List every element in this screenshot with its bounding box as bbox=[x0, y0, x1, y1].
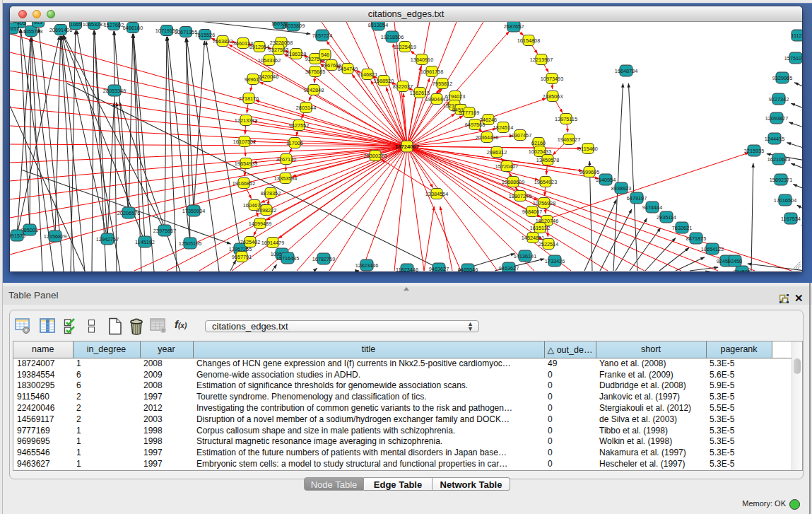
svg-text:16210643: 16210643 bbox=[767, 156, 790, 163]
svg-text:8813054: 8813054 bbox=[368, 22, 388, 28]
svg-text:2935114: 2935114 bbox=[657, 214, 676, 221]
svg-text:8878352: 8878352 bbox=[261, 190, 281, 197]
svg-text:1167534: 1167534 bbox=[781, 216, 801, 222]
svg-text:19463627: 19463627 bbox=[558, 136, 580, 143]
svg-text:10653287: 10653287 bbox=[83, 22, 105, 28]
svg-text:13353594: 13353594 bbox=[274, 175, 297, 182]
svg-text:7515526: 7515526 bbox=[195, 32, 215, 38]
svg-text:10671355: 10671355 bbox=[175, 29, 197, 35]
svg-text:13459578: 13459578 bbox=[536, 157, 559, 163]
svg-text:16107552: 16107552 bbox=[233, 139, 256, 145]
svg-text:19218506: 19218506 bbox=[381, 34, 404, 40]
svg-text:7625402: 7625402 bbox=[240, 239, 260, 245]
svg-text:7485063: 7485063 bbox=[543, 93, 563, 100]
svg-text:19654933: 19654933 bbox=[235, 160, 257, 167]
svg-text:7955812: 7955812 bbox=[433, 81, 452, 87]
svg-text:9242848: 9242848 bbox=[304, 87, 324, 93]
svg-text:7632621: 7632621 bbox=[672, 225, 692, 231]
svg-text:92450: 92450 bbox=[728, 258, 742, 264]
svg-text:18807249: 18807249 bbox=[509, 193, 531, 199]
svg-text:13384554: 13384554 bbox=[425, 191, 448, 197]
svg-text:18724007: 18724007 bbox=[395, 144, 419, 150]
svg-text:12156829: 12156829 bbox=[44, 233, 66, 240]
svg-text:9463627: 9463627 bbox=[499, 265, 519, 271]
svg-text:20364436: 20364436 bbox=[476, 134, 498, 141]
svg-text:10543362: 10543362 bbox=[258, 57, 281, 64]
svg-text:9227342: 9227342 bbox=[769, 96, 789, 103]
svg-text:10025433: 10025433 bbox=[529, 148, 551, 155]
svg-text:14524851: 14524851 bbox=[522, 235, 544, 241]
svg-text:16033809: 16033809 bbox=[282, 23, 305, 29]
svg-text:23975857: 23975857 bbox=[153, 228, 176, 234]
svg-text:16648784: 16648784 bbox=[615, 68, 637, 74]
svg-text:16782759: 16782759 bbox=[312, 256, 335, 262]
svg-text:1527602: 1527602 bbox=[104, 22, 124, 28]
svg-text:13640910: 13640910 bbox=[411, 57, 433, 63]
svg-text:10756928: 10756928 bbox=[533, 200, 555, 206]
svg-text:1145192: 1145192 bbox=[135, 239, 155, 245]
svg-text:1615132: 1615132 bbox=[530, 225, 550, 231]
svg-text:12213383: 12213383 bbox=[235, 117, 257, 124]
svg-text:2803144: 2803144 bbox=[296, 105, 316, 111]
svg-text:117006: 117006 bbox=[286, 140, 303, 146]
svg-text:9329965: 9329965 bbox=[772, 75, 792, 81]
svg-text:11325419: 11325419 bbox=[394, 44, 416, 50]
svg-text:8322037: 8322037 bbox=[393, 83, 413, 90]
svg-text:1733426: 1733426 bbox=[545, 258, 565, 264]
svg-text:924505: 924505 bbox=[734, 269, 751, 271]
svg-text:10688609: 10688609 bbox=[502, 179, 524, 185]
svg-text:913: 913 bbox=[34, 22, 42, 25]
svg-text:1362615: 1362615 bbox=[410, 90, 430, 96]
svg-text:13975115: 13975115 bbox=[555, 116, 577, 122]
svg-text:12505195: 12505195 bbox=[179, 240, 201, 247]
svg-text:11124: 11124 bbox=[791, 33, 802, 39]
svg-text:2522514: 2522514 bbox=[539, 241, 558, 247]
svg-text:12213967: 12213967 bbox=[530, 57, 553, 63]
svg-text:1640954: 1640954 bbox=[596, 177, 616, 183]
svg-text:3215935: 3215935 bbox=[744, 148, 764, 154]
svg-text:12823446: 12823446 bbox=[355, 262, 378, 269]
svg-text:19654923: 19654923 bbox=[534, 179, 557, 185]
svg-text:3875685: 3875685 bbox=[305, 69, 325, 75]
svg-text:9699695: 9699695 bbox=[579, 169, 599, 175]
svg-text:14099489: 14099489 bbox=[249, 221, 271, 227]
svg-text:8912954: 8912954 bbox=[249, 44, 269, 50]
svg-text:17359934: 17359934 bbox=[182, 208, 205, 214]
svg-text:2718176: 2718176 bbox=[239, 95, 259, 102]
svg-text:28053346: 28053346 bbox=[103, 88, 126, 94]
svg-text:12093827: 12093827 bbox=[765, 115, 788, 122]
svg-text:7857224: 7857224 bbox=[312, 33, 332, 39]
svg-text:6497568: 6497568 bbox=[465, 122, 485, 128]
svg-text:20206576: 20206576 bbox=[117, 210, 140, 216]
svg-text:6479197: 6479197 bbox=[627, 195, 647, 201]
svg-text:9777169: 9777169 bbox=[459, 110, 479, 116]
svg-text:8471875: 8471875 bbox=[686, 235, 706, 242]
svg-text:9465546: 9465546 bbox=[458, 267, 478, 271]
svg-text:989613: 989613 bbox=[245, 76, 261, 83]
svg-text:16154808: 16154808 bbox=[517, 37, 540, 44]
svg-text:12942757: 12942757 bbox=[96, 236, 119, 243]
svg-text:14136141: 14136141 bbox=[514, 253, 536, 259]
svg-text:3498222: 3498222 bbox=[257, 207, 276, 214]
svg-text:62160: 62160 bbox=[531, 140, 546, 146]
svg-text:25300273: 25300273 bbox=[364, 153, 387, 159]
svg-text:1824514: 1824514 bbox=[493, 124, 513, 131]
svg-text:19166852: 19166852 bbox=[233, 180, 255, 187]
svg-text:1065: 1065 bbox=[70, 22, 81, 28]
svg-text:546: 546 bbox=[321, 52, 329, 58]
svg-text:15751074: 15751074 bbox=[784, 55, 802, 62]
svg-text:6794023: 6794023 bbox=[445, 93, 465, 100]
svg-text:7663822: 7663822 bbox=[213, 38, 233, 45]
svg-text:3267130: 3267130 bbox=[276, 156, 296, 163]
svg-text:10973493: 10973493 bbox=[541, 76, 563, 82]
svg-text:8938923: 8938923 bbox=[611, 185, 631, 192]
svg-text:20691406: 20691406 bbox=[49, 27, 72, 33]
svg-text:9427552: 9427552 bbox=[289, 122, 309, 129]
svg-text:6466160: 6466160 bbox=[123, 25, 143, 31]
svg-text:14055713: 14055713 bbox=[20, 28, 42, 35]
svg-text:8186328: 8186328 bbox=[286, 51, 306, 57]
svg-text:15720407: 15720407 bbox=[495, 163, 518, 170]
svg-text:39157: 39157 bbox=[10, 25, 19, 32]
svg-text:8454749: 8454749 bbox=[338, 66, 358, 72]
svg-text:10654122: 10654122 bbox=[701, 246, 724, 252]
